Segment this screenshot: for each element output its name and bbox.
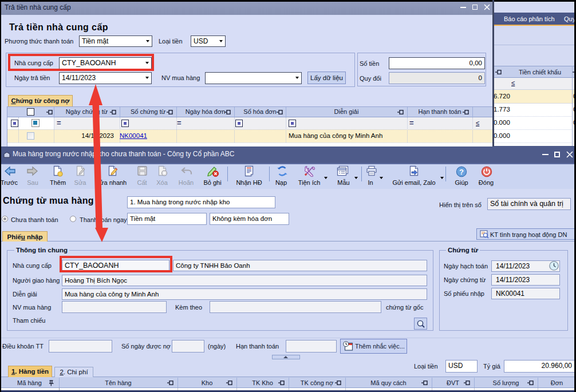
svg-text:?: ? <box>459 168 464 176</box>
